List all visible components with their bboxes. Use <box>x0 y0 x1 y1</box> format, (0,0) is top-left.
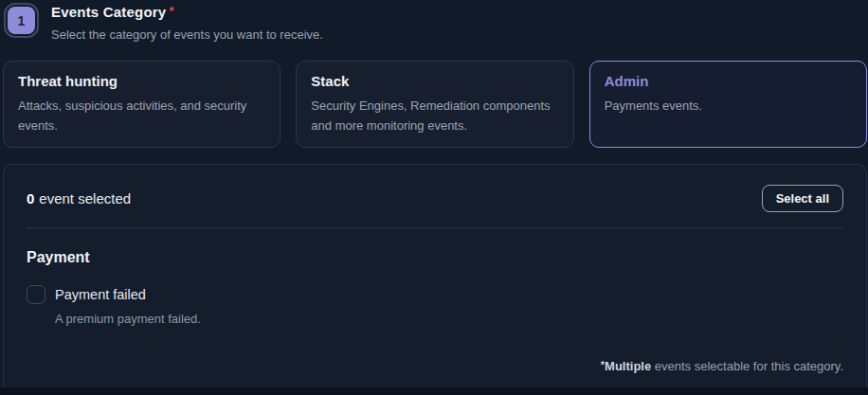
event-group-title: Payment <box>27 249 843 266</box>
selected-count: 0 <box>27 190 34 206</box>
selected-count-label: event selected <box>39 190 131 206</box>
multiple-events-footnote: *Multiple events selectable for this cat… <box>601 359 843 373</box>
panel-header: 0event selected Select all <box>27 185 843 212</box>
category-cards-row: Threat hunting Attacks, suspicious activ… <box>3 61 867 148</box>
category-card-threat-hunting[interactable]: Threat hunting Attacks, suspicious activ… <box>3 61 280 148</box>
page-title-row: Events Category* <box>51 4 323 21</box>
category-card-description: Attacks, suspicious activities, and secu… <box>18 96 265 135</box>
category-card-admin[interactable]: Admin Payments events. <box>589 61 867 148</box>
category-card-stack[interactable]: Stack Security Engines, Remediation comp… <box>296 61 573 148</box>
category-card-description: Security Engines, Remediation components… <box>311 96 558 135</box>
page-subtitle: Select the category of events you want t… <box>51 27 323 42</box>
step-number: 1 <box>8 7 35 34</box>
category-card-title: Threat hunting <box>18 73 265 89</box>
step-number-badge: 1 <box>4 3 39 38</box>
footnote-text: events selectable for this category. <box>651 359 843 373</box>
required-asterisk: * <box>169 4 173 18</box>
events-category-header: 1 Events Category* Select the category o… <box>0 0 868 42</box>
panel-divider <box>27 227 843 228</box>
header-text: Events Category* Select the category of … <box>51 3 323 42</box>
event-label[interactable]: Payment failed <box>55 285 201 302</box>
category-card-description: Payments events. <box>605 96 852 116</box>
payment-failed-checkbox[interactable] <box>27 285 45 304</box>
event-description: A premium payment failed. <box>55 312 201 326</box>
event-row-payment-failed: Payment failed A premium payment failed. <box>27 285 843 326</box>
page-title: Events Category <box>51 4 166 20</box>
event-text: Payment failed A premium payment failed. <box>55 285 201 326</box>
selected-count-line: 0event selected <box>27 190 131 206</box>
page-bottom-strip <box>0 387 868 395</box>
select-all-button[interactable]: Select all <box>762 185 843 212</box>
events-selection-panel: 0event selected Select all Payment Payme… <box>3 164 867 395</box>
footnote-bold-word: Multiple <box>605 359 651 373</box>
category-card-title: Admin <box>605 73 852 89</box>
category-card-title: Stack <box>311 73 558 89</box>
